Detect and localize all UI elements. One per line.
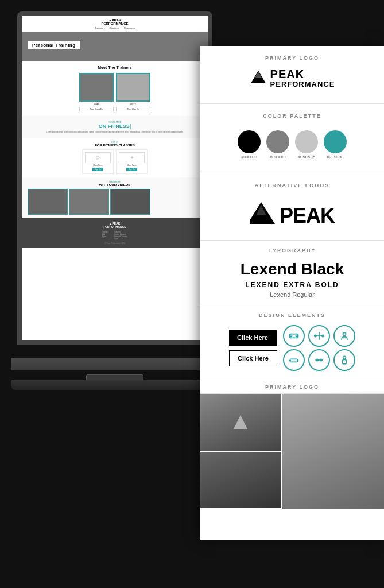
font-lexend-regular: Lexend Regular	[212, 291, 373, 298]
class-card-1: ⚙ Class Name Sign Up	[82, 149, 114, 174]
website-preview: ▲PEAK PERFORMANCE Trainers ▾ Classes ▾ R…	[22, 16, 208, 340]
swatch-hex-teal: #2E9F9F	[327, 155, 344, 159]
icon-circle-1	[283, 325, 305, 347]
icon-circle-5	[308, 349, 330, 371]
color-palette-label: COLOR PALETTE	[212, 113, 373, 119]
class-name-2: Class Name	[119, 164, 145, 167]
laptop-keyboard	[11, 358, 227, 370]
site-nav: ▲PEAK PERFORMANCE Trainers ▾ Classes ▾ R…	[22, 16, 208, 32]
brand-logo-words: PEAK PERFORMANCE	[270, 68, 335, 88]
icon-circle-2	[308, 325, 330, 347]
svg-point-5	[290, 335, 292, 337]
swatch-circle-black	[238, 130, 261, 153]
videos-section: LEARN MORE WITH OUR VIDEOS	[22, 177, 208, 218]
video-card-2	[69, 189, 109, 215]
class-btn-2[interactable]: Sign Up	[126, 168, 137, 171]
swatch-hex-gray: #808080	[270, 155, 285, 159]
class-card-2: ✦ Class Name Sign Up	[116, 149, 148, 174]
alt-logo-display: PEAK	[212, 200, 373, 226]
svg-point-11	[343, 332, 346, 335]
icon-row-2	[283, 349, 355, 371]
swatch-teal: #2E9F9F	[324, 130, 347, 159]
swatch-hex-light: #C5C5C5	[298, 155, 316, 159]
footer-logo: ▲PEAK PERFORMANCE	[28, 222, 202, 229]
primary-logo-bottom-label: PRIMARY LOGO	[212, 384, 373, 390]
typography-section: TYPOGRAPHY Lexend Black LEXEND EXTRA BOL…	[200, 241, 384, 305]
mountain-icon	[250, 69, 267, 87]
classes-section: SIGN UP FOR FITNESS CLASSES ⚙ Class Name…	[22, 138, 208, 177]
page-wrapper: ▲PEAK PERFORMANCE Trainers ▾ Classes ▾ R…	[0, 0, 384, 588]
footer-copy: © Peak Performance 2024	[28, 242, 202, 245]
icon-row-1	[283, 325, 355, 347]
swatch-circle-gray	[266, 130, 289, 153]
swatch-circle-light	[295, 130, 318, 153]
svg-rect-12	[290, 359, 297, 362]
photo-overlay-logo	[232, 414, 249, 431]
primary-logo-bottom-label-container: PRIMARY LOGO	[200, 378, 384, 394]
trainer-lilly: LILLY Read Lilly's Bio	[116, 73, 150, 111]
footer-col-1: Trainers Lilly Ryan	[102, 231, 108, 240]
class-name-1: Class Name	[85, 164, 111, 167]
buttons-col: Click Here Click Here	[229, 330, 277, 366]
icon-circle-6	[333, 349, 355, 371]
svg-point-18	[343, 357, 346, 359]
fitness-section: YOUR TAKE ON FITNESS| Lorem ipsum dolor …	[22, 116, 208, 138]
design-elements-section: DESIGN ELEMENTS Click Here Click Here	[200, 305, 384, 378]
nav-links: Trainers ▾ Classes ▾ Resources	[95, 26, 135, 29]
brand-logo-text: PEAK PERFORMANCE	[212, 68, 373, 88]
video-cards	[28, 189, 202, 215]
trainer-btn-lilly[interactable]: Read Lilly's Bio	[116, 107, 150, 111]
alt-logos: PEAK	[212, 195, 373, 231]
trainer-img-lilly	[116, 73, 150, 102]
trainer-cards: RYAN Read Ryan's Bio LILLY Read Lilly's …	[28, 73, 202, 111]
fitness-title: ON FITNESS|	[28, 123, 202, 129]
alt-logos-label: ALTERNATIVE LOGOS	[212, 183, 373, 188]
video-card-1	[28, 189, 68, 215]
color-palette: #000000 #808080 #C5C5C5 #2E9F9F	[212, 126, 373, 164]
class-btn-1[interactable]: Sign Up	[92, 168, 103, 171]
class-icon-1: ⚙	[85, 152, 111, 163]
typography-label: TYPOGRAPHY	[212, 247, 373, 253]
footer-cols: Trainers Lilly Ryan Classes Cardio Class…	[28, 231, 202, 240]
hero-title: Personal Training	[28, 41, 80, 49]
trainer-btn-ryan[interactable]: Read Ryan's Bio	[79, 107, 114, 111]
svg-point-6	[296, 335, 297, 337]
primary-logo-section: PRIMARY LOGO PEAK PERFORMANCE	[200, 46, 384, 104]
swatch-gray: #808080	[266, 130, 289, 159]
swatch-hex-black: #000000	[241, 155, 257, 159]
font-lexend-black: Lexend Black	[212, 260, 373, 278]
site-logo: ▲PEAK PERFORMANCE	[95, 18, 135, 25]
laptop-screen: ▲PEAK PERFORMANCE Trainers ▾ Classes ▾ R…	[17, 11, 212, 345]
trainer-img-ryan	[79, 73, 114, 102]
trainers-title: Meet The Trainers	[28, 65, 202, 69]
classes-title: FOR FITNESS CLASSES	[28, 144, 202, 147]
class-icon-2: ✦	[119, 152, 145, 163]
btn-outline[interactable]: Click Here	[229, 350, 277, 366]
icon-circles	[283, 325, 355, 371]
swatch-light: #C5C5C5	[295, 130, 318, 159]
photo-top-left	[200, 394, 281, 451]
swatch-black: #000000	[238, 130, 261, 159]
svg-point-9	[322, 335, 324, 337]
swatch-circle-teal	[324, 130, 347, 153]
color-palette-section: COLOR PALETTE #000000 #808080 #C5C5C5 #2…	[200, 104, 384, 173]
brand-logo-main: PEAK PERFORMANCE	[212, 68, 373, 88]
brand-guide-panel: PRIMARY LOGO PEAK PERFORMANCE	[200, 46, 384, 540]
primary-logo-label: PRIMARY LOGO	[212, 55, 373, 61]
footer-col-2: Classes Cardio Classes Strength Training…	[114, 231, 127, 240]
font-lexend-extrabold: LEXEND EXTRA BOLD	[212, 281, 373, 289]
primary-logo-bottom-section: PRIMARY LOGO	[200, 378, 384, 509]
laptop-base	[11, 380, 230, 390]
hero-section: Personal Training	[22, 32, 208, 61]
site-footer: ▲PEAK PERFORMANCE Trainers Lilly Ryan Cl…	[22, 218, 208, 248]
photo-grid	[200, 394, 384, 509]
trainer-name-lilly: LILLY	[116, 103, 150, 106]
photo-left-col	[200, 394, 281, 509]
btn-filled[interactable]: Click Here	[229, 330, 277, 346]
alt-logos-section: ALTERNATIVE LOGOS PEAK	[200, 173, 384, 241]
trainer-ryan: RYAN Read Ryan's Bio	[79, 73, 114, 111]
photo-bottom-left	[200, 452, 281, 508]
class-cards: ⚙ Class Name Sign Up ✦ Class Name Sign U…	[28, 149, 202, 174]
design-elements-label: DESIGN ELEMENTS	[212, 312, 373, 318]
laptop-mockup: ▲PEAK PERFORMANCE Trainers ▾ Classes ▾ R…	[11, 11, 224, 402]
